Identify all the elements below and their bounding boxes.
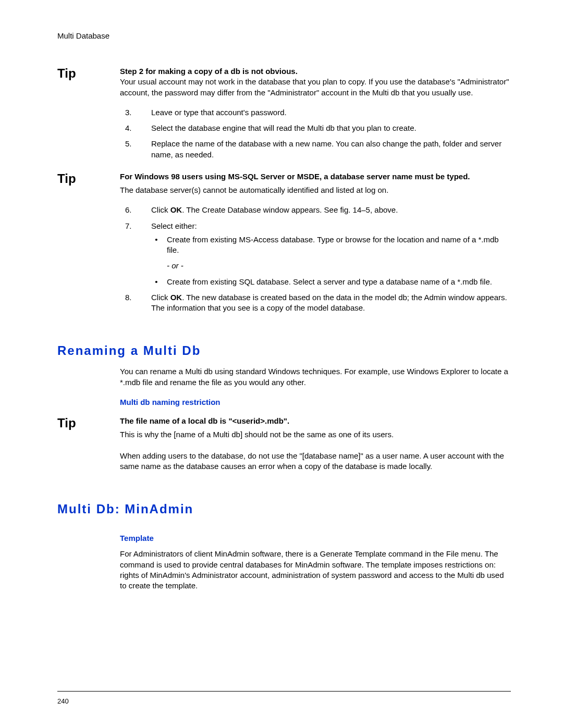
tip1-title: Step 2 for making a copy of a db is not … (120, 66, 511, 77)
page: Multi Database Tip Step 2 for making a c… (0, 0, 563, 728)
subheading-restriction: Multi db naming restriction (120, 397, 511, 408)
tip3-body: The file name of a local db is "<userid>… (120, 416, 511, 481)
heading-minadmin: Multi Db: MinAdmin (57, 502, 511, 516)
bullet-text: Create from existing SQL database. Selec… (167, 277, 511, 287)
tip3-title: The file name of a local db is "<userid>… (120, 416, 511, 426)
tip2-title: For Windows 98 users using MS-SQL Server… (120, 171, 511, 182)
heading-renaming: Renaming a Multi Db (57, 343, 511, 358)
bullet-item: • Create from existing SQL database. Sel… (146, 277, 511, 287)
bullet-dot-icon: • (146, 277, 167, 287)
item-number: 5. (120, 139, 151, 160)
text-pre: Click (151, 205, 170, 214)
rename-text: You can rename a Multi db using standard… (120, 366, 511, 388)
bullet-dot-icon: • (146, 235, 167, 256)
footer-divider (57, 691, 511, 692)
item-number: 7. (120, 221, 151, 231)
ordered-list-2: 6. Click OK. The Create Database window … (120, 205, 511, 313)
subheading-template: Template (120, 533, 511, 544)
ordered-list-1: 3. Leave or type that account's password… (120, 107, 511, 160)
tip-block-1: Tip Step 2 for making a copy of a db is … (57, 66, 511, 169)
spacer (57, 366, 120, 413)
item-text: Replace the name of the database with a … (151, 139, 511, 160)
tip1-text: Your usual account may not work in the d… (120, 77, 511, 98)
item-text: Select the database engine that will rea… (151, 123, 511, 133)
rename-block: You can rename a Multi db using standard… (57, 366, 511, 413)
page-number: 240 (57, 697, 69, 705)
list-item: 6. Click OK. The Create Database window … (120, 205, 511, 215)
list-item: 5. Replace the name of the database with… (120, 139, 511, 160)
tip-block-3: Tip The file name of a local db is "<use… (57, 416, 511, 481)
minadmin-block: Template For Administrators of client Mi… (57, 525, 511, 600)
tip3-text1: This is why the [name of a Multi db] sho… (120, 429, 511, 440)
text-post: . The Create Database window appears. Se… (182, 205, 398, 214)
item-number: 8. (120, 292, 151, 314)
or-separator: - or - (167, 261, 511, 271)
bullet-item: • Create from existing MS-Access databas… (146, 235, 511, 256)
text-post: . The new database is created based on t… (151, 293, 507, 312)
tip1-body: Step 2 for making a copy of a db is not … (120, 66, 511, 169)
item-text: Click OK. The Create Database window app… (151, 205, 511, 215)
item-text: Click OK. The new database is created ba… (151, 292, 511, 314)
item-number: 4. (120, 123, 151, 133)
tip-label: Tip (57, 416, 120, 481)
list-item: 3. Leave or type that account's password… (120, 107, 511, 118)
tip-label: Tip (57, 171, 120, 323)
item-number: 6. (120, 205, 151, 215)
bullet-text: Create from existing MS-Access database.… (167, 235, 511, 256)
tip2-text: The database server(s) cannot be automat… (120, 185, 511, 195)
ok-bold: OK (170, 293, 182, 302)
bullet-list: • Create from existing MS-Access databas… (146, 235, 511, 256)
tip3-text2: When adding users to the database, do no… (120, 451, 511, 472)
tip-block-2: Tip For Windows 98 users using MS-SQL Se… (57, 171, 511, 323)
page-header: Multi Database (57, 31, 511, 40)
tip-label: Tip (57, 66, 120, 169)
tip2-body: For Windows 98 users using MS-SQL Server… (120, 171, 511, 323)
item-text: Leave or type that account's password. (151, 107, 511, 118)
ok-bold: OK (170, 205, 182, 214)
spacer (57, 525, 120, 600)
item-number: 3. (120, 107, 151, 118)
rename-body: You can rename a Multi db using standard… (120, 366, 511, 413)
minadmin-text: For Administrators of client MinAdmin so… (120, 549, 511, 591)
list-item: 4. Select the database engine that will … (120, 123, 511, 133)
list-item: 8. Click OK. The new database is created… (120, 292, 511, 314)
minadmin-body: Template For Administrators of client Mi… (120, 525, 511, 600)
list-item: 7. Select either: (120, 221, 511, 231)
text-pre: Click (151, 293, 170, 302)
bullet-list: • Create from existing SQL database. Sel… (146, 277, 511, 287)
item-text: Select either: (151, 221, 511, 231)
